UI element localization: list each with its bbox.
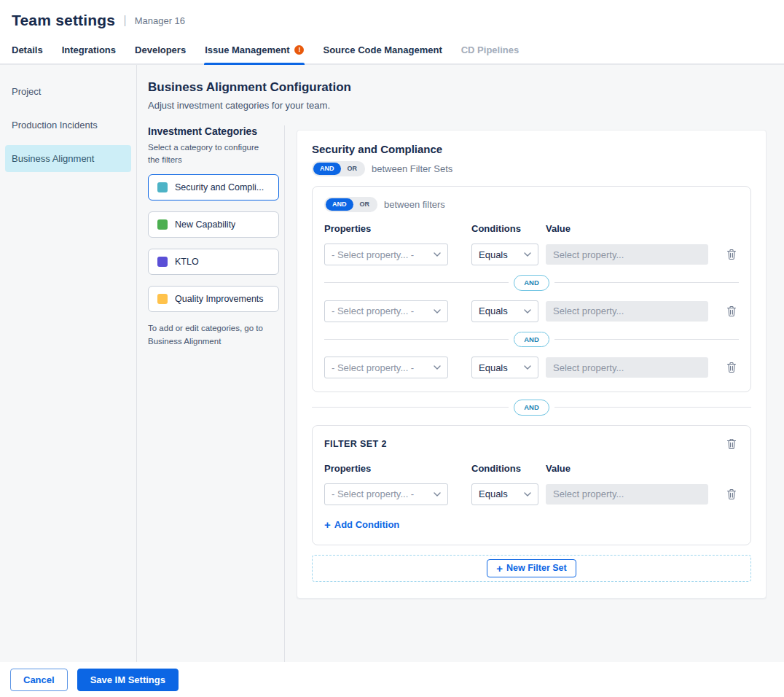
category-new-capability[interactable]: New Capability — [148, 211, 279, 238]
delete-row-button[interactable] — [724, 246, 739, 262]
delete-row-button[interactable] — [724, 359, 739, 375]
main-panel: Business Alignment Configuration Adjust … — [137, 65, 784, 662]
condition-select[interactable]: Equals — [471, 244, 538, 265]
tab-cd-pipelines: CD Pipelines — [460, 38, 520, 63]
section-title: Business Alignment Configuration — [148, 80, 767, 95]
and-connector-pill: AND — [514, 400, 549, 416]
tab-details[interactable]: Details — [11, 38, 44, 63]
or-option[interactable]: OR — [353, 198, 377, 211]
filter-set-2-title: FILTER SET 2 — [324, 439, 387, 449]
sidebar-item-business-alignment[interactable]: Business Alignment — [5, 145, 131, 172]
filter-columns-header: Properties Conditions Value — [324, 463, 739, 474]
category-color-swatch — [157, 257, 168, 267]
chevron-down-icon — [434, 492, 441, 497]
cancel-button[interactable]: Cancel — [10, 669, 68, 691]
delete-row-button[interactable] — [724, 303, 739, 319]
between-filter-sets-label: between Filter Sets — [372, 163, 452, 174]
section-subtitle: Adjust investment categories for your te… — [148, 100, 767, 111]
delete-filter-set-button[interactable] — [724, 436, 739, 452]
page-header: Team settings | Manager 16 — [0, 0, 784, 38]
chevron-down-icon — [434, 309, 441, 314]
and-or-toggle[interactable]: AND OR — [312, 161, 365, 176]
trash-icon — [726, 488, 737, 500]
tab-issue-management[interactable]: Issue Management ! — [204, 38, 305, 63]
filter-row: - Select property... - Equals — [324, 244, 739, 265]
investment-categories-panel: Investment Categories Select a category … — [148, 125, 285, 662]
property-select[interactable]: - Select property... - — [324, 483, 448, 505]
add-condition-label: Add Condition — [334, 519, 400, 530]
warning-icon: ! — [294, 45, 304, 55]
filter-set-2-card: FILTER SET 2 Properties Conditions Value — [312, 425, 751, 545]
and-connector-pill: AND — [514, 275, 549, 291]
category-color-swatch — [157, 294, 168, 304]
categories-title: Investment Categories — [148, 125, 278, 137]
categories-hint: Select a category to configure the filte… — [148, 141, 264, 166]
chevron-down-icon — [524, 492, 531, 497]
value-input[interactable] — [546, 357, 708, 378]
chevron-down-icon — [524, 365, 531, 370]
property-select-value: - Select property... - — [332, 488, 414, 499]
property-select[interactable]: - Select property... - — [324, 244, 448, 265]
new-filter-set-button[interactable]: + New Filter Set — [487, 559, 576, 577]
or-option[interactable]: OR — [341, 163, 364, 175]
footer-actions: Cancel Save IM Settings — [0, 662, 784, 697]
category-label: KTLO — [175, 257, 199, 267]
sidebar-item-production-incidents[interactable]: Production Incidents — [5, 112, 131, 139]
categories-list: Security and Compli... New Capability KT… — [148, 174, 278, 312]
and-option[interactable]: AND — [326, 198, 353, 211]
filter-set-1-card: AND OR between filters Properties Condit… — [312, 186, 751, 392]
config-title: Security and Compliance — [312, 143, 751, 155]
tab-developers[interactable]: Developers — [134, 38, 187, 63]
and-or-toggle[interactable]: AND OR — [324, 197, 377, 212]
condition-select-value: Equals — [479, 488, 508, 499]
property-select[interactable]: - Select property... - — [324, 357, 448, 378]
condition-select-value: Equals — [479, 362, 508, 373]
tab-label: Details — [12, 44, 43, 55]
value-input[interactable] — [546, 484, 708, 505]
trash-icon — [726, 438, 737, 450]
tab-bar: Details Integrations Developers Issue Ma… — [0, 38, 784, 65]
conditions-column-header: Conditions — [471, 223, 538, 234]
category-quality-improvements[interactable]: Quality Improvements — [148, 286, 279, 312]
page-title: Team settings — [12, 12, 115, 29]
filter-columns-header: Properties Conditions Value — [324, 223, 739, 234]
property-select[interactable]: - Select property... - — [324, 300, 448, 322]
property-select-value: - Select property... - — [332, 362, 414, 373]
property-select-value: - Select property... - — [332, 249, 414, 260]
category-security-and-compliance[interactable]: Security and Compli... — [148, 174, 279, 200]
save-button[interactable]: Save IM Settings — [77, 669, 179, 691]
tab-source-code-management[interactable]: Source Code Management — [322, 38, 442, 63]
new-filter-set-label: New Filter Set — [506, 563, 567, 573]
plus-icon: + — [496, 563, 503, 574]
category-color-swatch — [157, 219, 168, 230]
and-filter-sets-connector: AND — [312, 400, 751, 416]
title-divider: | — [123, 13, 126, 28]
category-config-panel: Security and Compliance AND OR between F… — [297, 130, 767, 599]
and-option[interactable]: AND — [313, 163, 341, 175]
add-condition-button[interactable]: + Add Condition — [324, 518, 399, 531]
tab-label: Issue Management — [205, 44, 289, 55]
config-panel-area: Security and Compliance AND OR between F… — [285, 125, 767, 662]
value-column-header: Value — [546, 223, 571, 234]
filter-row: - Select property... - Equals — [324, 357, 739, 378]
value-input[interactable] — [546, 301, 708, 322]
and-connector: AND — [324, 275, 739, 291]
between-filters-label: between filters — [384, 199, 445, 210]
tab-label: Integrations — [62, 44, 116, 55]
chevron-down-icon — [434, 365, 441, 370]
delete-row-button[interactable] — [724, 486, 739, 502]
conditions-column-header: Conditions — [471, 463, 538, 474]
condition-select[interactable]: Equals — [471, 357, 538, 378]
condition-select[interactable]: Equals — [471, 300, 538, 322]
trash-icon — [726, 305, 737, 317]
category-ktlo[interactable]: KTLO — [148, 249, 279, 275]
tab-label: Developers — [135, 44, 186, 55]
tab-integrations[interactable]: Integrations — [61, 38, 117, 63]
condition-select[interactable]: Equals — [471, 483, 538, 505]
trash-icon — [726, 362, 737, 373]
filters-operator-row: AND OR between filters — [324, 197, 739, 212]
content-area: Project Production Incidents Business Al… — [0, 65, 784, 662]
sidebar-item-project[interactable]: Project — [5, 78, 131, 105]
tab-label: CD Pipelines — [461, 44, 519, 55]
value-input[interactable] — [546, 244, 708, 265]
